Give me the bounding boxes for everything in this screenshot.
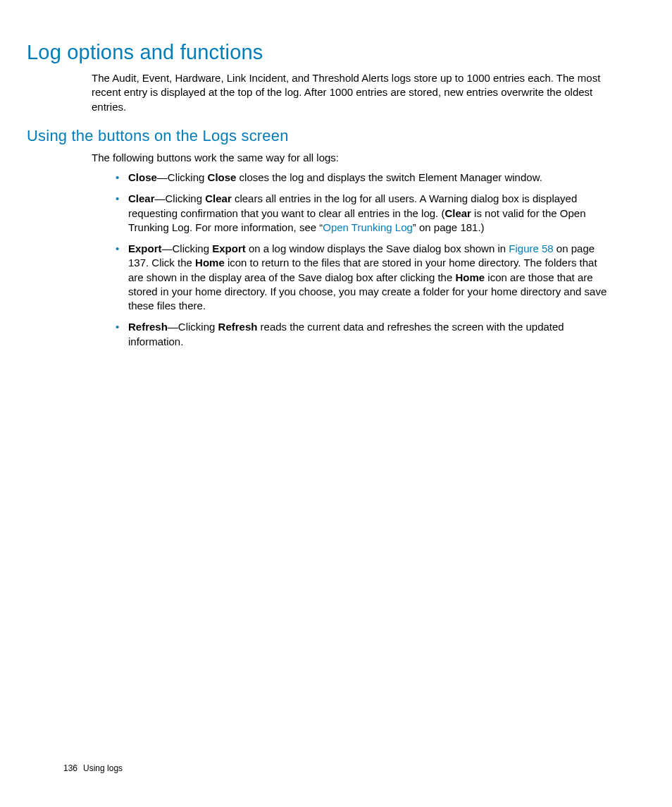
home-label-1: Home bbox=[195, 257, 225, 269]
intro-paragraph-1: The Audit, Event, Hardware, Link Inciden… bbox=[92, 71, 609, 114]
clear-label-3: Clear bbox=[444, 207, 471, 219]
list-item-export: Export—Clicking Export on a log window d… bbox=[113, 242, 609, 313]
button-description-list: Close—Clicking Close closes the log and … bbox=[63, 171, 609, 349]
close-label: Close bbox=[128, 171, 157, 183]
heading-using-buttons: Using the buttons on the Logs screen bbox=[27, 127, 609, 145]
heading-log-options: Log options and functions bbox=[27, 41, 609, 64]
close-label-2: Close bbox=[208, 171, 237, 183]
text: —Clicking bbox=[155, 192, 206, 204]
list-item-clear: Clear—Clicking Clear clears all entries … bbox=[113, 192, 609, 235]
export-label-2: Export bbox=[212, 242, 246, 254]
list-item-refresh: Refresh—Clicking Refresh reads the curre… bbox=[113, 320, 609, 349]
clear-label-2: Clear bbox=[205, 192, 232, 204]
link-figure-58[interactable]: Figure 58 bbox=[509, 242, 553, 254]
refresh-label-2: Refresh bbox=[218, 321, 258, 333]
list-item-close: Close—Clicking Close closes the log and … bbox=[113, 171, 609, 185]
link-open-trunking-log[interactable]: Open Trunking Log bbox=[323, 221, 413, 233]
home-label-2: Home bbox=[455, 271, 485, 283]
page-number: 136 bbox=[63, 763, 77, 773]
text: —Clicking bbox=[162, 242, 213, 254]
clear-label: Clear bbox=[128, 192, 155, 204]
page-container: Log options and functions The Audit, Eve… bbox=[0, 0, 672, 807]
text: closes the log and displays the switch E… bbox=[236, 171, 542, 183]
text: —Clicking bbox=[157, 171, 208, 183]
export-label: Export bbox=[128, 242, 162, 254]
text: ” on page 181.) bbox=[413, 221, 485, 233]
page-footer: 136Using logs bbox=[63, 763, 123, 773]
text: —Clicking bbox=[168, 321, 218, 333]
text: on a log window displays the Save dialog… bbox=[246, 242, 509, 254]
footer-section: Using logs bbox=[83, 763, 123, 773]
intro-paragraph-2: The following buttons work the same way … bbox=[92, 151, 609, 165]
refresh-label: Refresh bbox=[128, 321, 168, 333]
